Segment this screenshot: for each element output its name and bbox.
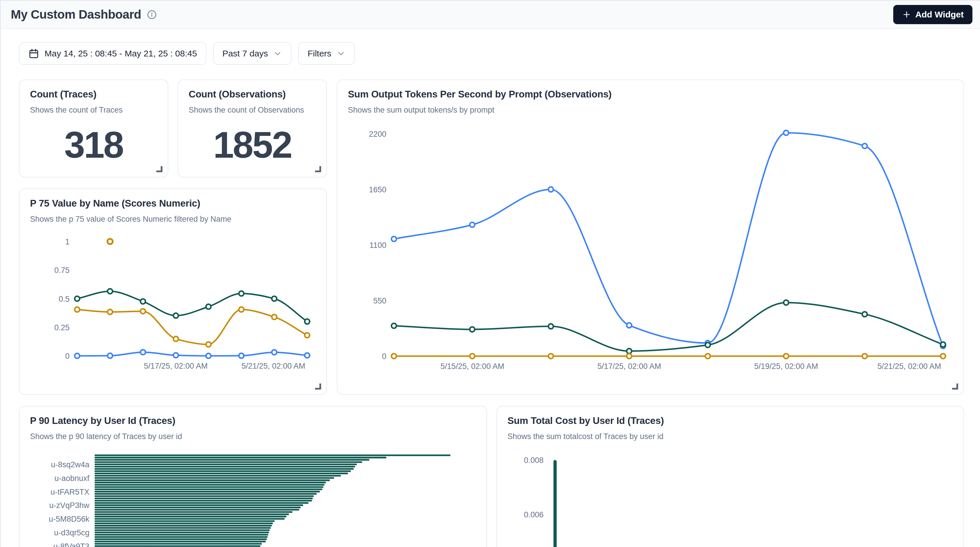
widget-count-observations: Count (Observations) Shows the count of …: [178, 79, 327, 178]
svg-text:0.5: 0.5: [59, 295, 70, 303]
widget-count-traces: Count (Traces) Shows the count of Traces…: [19, 79, 168, 178]
widget-title: Sum Output Tokens Per Second by Prompt (…: [348, 89, 953, 100]
chevron-down-icon: [337, 49, 345, 58]
svg-text:5/15/25, 02:00 AM: 5/15/25, 02:00 AM: [441, 362, 504, 371]
calendar-icon: [28, 48, 39, 59]
svg-text:1650: 1650: [369, 186, 387, 194]
latency-bar-chart: u-8sq2w4au-aobnuxfu-tFAR5TXu-zVqP3hwu-5M…: [30, 447, 476, 547]
resize-handle-icon[interactable]: [952, 384, 958, 390]
add-widget-button[interactable]: Add Widget: [893, 5, 972, 24]
widget-title: Count (Traces): [30, 89, 157, 100]
chevron-down-icon: [273, 49, 282, 58]
add-widget-label: Add Widget: [915, 10, 964, 19]
svg-text:u-tFAR5TX: u-tFAR5TX: [50, 488, 89, 496]
resize-handle-icon[interactable]: [315, 166, 321, 172]
widget-subtitle: Shows the count of Traces: [30, 106, 157, 115]
svg-text:550: 550: [373, 296, 387, 305]
widget-title: Sum Total Cost by User Id (Traces): [508, 415, 953, 426]
filters-label: Filters: [307, 49, 331, 59]
svg-text:1100: 1100: [369, 241, 387, 250]
svg-text:5/21/25, 02:00 AM: 5/21/25, 02:00 AM: [241, 361, 305, 370]
svg-text:0.75: 0.75: [54, 266, 70, 275]
tokens-line-chart: 05501100165022005/15/25, 02:00 AM5/17/25…: [348, 117, 953, 389]
widget-p90-latency: P 90 Latency by User Id (Traces) Shows t…: [19, 406, 487, 547]
widget-title: Count (Observations): [189, 89, 316, 100]
svg-text:5/17/25, 02:00 AM: 5/17/25, 02:00 AM: [597, 362, 661, 371]
svg-text:1: 1: [65, 238, 70, 246]
page-title: My Custom Dashboard: [11, 8, 141, 22]
widget-subtitle: Shows the sum totalcost of Traces by use…: [508, 432, 953, 441]
dashboard-page: My Custom Dashboard Add Widget May 14, 2…: [0, 0, 980, 547]
widget-total-cost: Sum Total Cost by User Id (Traces) Shows…: [496, 406, 964, 547]
filter-toolbar: May 14, 25 : 08:45 - May 21, 25 : 08:45 …: [1, 29, 980, 65]
svg-text:u-zVqP3hw: u-zVqP3hw: [49, 501, 90, 510]
widget-grid: Count (Traces) Shows the count of Traces…: [1, 79, 980, 547]
svg-text:u-5M8D56k: u-5M8D56k: [49, 515, 89, 523]
svg-text:u-d3qr5cg: u-d3qr5cg: [54, 528, 89, 537]
widget-subtitle: Shows the sum output tokens/s by prompt: [348, 106, 953, 115]
svg-text:0.25: 0.25: [54, 323, 70, 332]
date-range-label: May 14, 25 : 08:45 - May 21, 25 : 08:45: [45, 49, 197, 59]
svg-text:u-8sq2w4a: u-8sq2w4a: [51, 460, 90, 469]
time-preset-label: Past 7 days: [223, 49, 268, 59]
resize-handle-icon[interactable]: [156, 166, 162, 172]
svg-text:5/17/25, 02:00 AM: 5/17/25, 02:00 AM: [144, 361, 208, 370]
top-header: My Custom Dashboard Add Widget: [1, 1, 980, 29]
time-preset-dropdown[interactable]: Past 7 days: [213, 42, 292, 65]
widget-title: P 90 Latency by User Id (Traces): [30, 415, 476, 426]
svg-text:0.008: 0.008: [524, 456, 544, 465]
plus-icon: [902, 10, 911, 19]
filters-dropdown[interactable]: Filters: [298, 42, 355, 65]
big-number-value: 318: [19, 115, 168, 177]
widget-p75-scores: P 75 Value by Name (Scores Numeric) Show…: [19, 189, 327, 395]
resize-handle-icon[interactable]: [315, 384, 321, 390]
widget-output-tokens: Sum Output Tokens Per Second by Prompt (…: [337, 79, 964, 395]
date-range-button[interactable]: May 14, 25 : 08:45 - May 21, 25 : 08:45: [19, 42, 207, 65]
svg-text:0: 0: [382, 352, 387, 361]
svg-text:0.006: 0.006: [524, 511, 544, 519]
svg-text:2200: 2200: [369, 130, 387, 138]
svg-text:0: 0: [65, 352, 70, 360]
svg-text:u-aobnuxf: u-aobnuxf: [54, 474, 90, 483]
svg-text:5/21/25, 02:00 AM: 5/21/25, 02:00 AM: [877, 362, 941, 371]
widget-subtitle: Shows the count of Observations: [189, 106, 316, 115]
widget-subtitle: Shows the p 75 value of Scores Numeric f…: [30, 215, 316, 224]
big-number-value: 1852: [178, 115, 326, 177]
p75-line-chart: 00.250.50.7515/17/25, 02:00 AM5/21/25, 0…: [30, 230, 316, 388]
widget-title: P 75 Value by Name (Scores Numeric): [30, 198, 316, 209]
svg-text:5/19/25, 02:00 AM: 5/19/25, 02:00 AM: [754, 362, 818, 371]
svg-text:u-8fVa9T3: u-8fVa9T3: [53, 542, 89, 547]
info-icon[interactable]: [147, 10, 157, 19]
widget-subtitle: Shows the p 90 latency of Traces by user…: [30, 432, 476, 441]
cost-bar-chart: 0.0080.006: [508, 447, 953, 547]
